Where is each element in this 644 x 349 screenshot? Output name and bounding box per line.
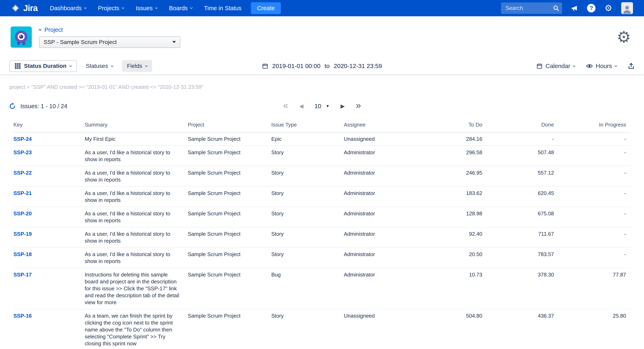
nav-item-label: Dashboards bbox=[50, 5, 82, 12]
issue-assignee: Administrator bbox=[344, 268, 425, 309]
statuses-label: Statuses bbox=[86, 63, 108, 69]
table-header-row: KeySummaryProjectIssue TypeAssigneeTo Do… bbox=[14, 122, 630, 132]
hours-dropdown-label: Hours bbox=[596, 62, 612, 70]
jira-logo-icon bbox=[11, 4, 20, 13]
project-section-toggle[interactable]: Project bbox=[39, 26, 180, 33]
nav-item-issues[interactable]: Issues bbox=[136, 5, 157, 12]
chevron-down-icon bbox=[614, 64, 617, 67]
refresh-icon[interactable] bbox=[9, 103, 16, 110]
create-button[interactable]: Create bbox=[251, 2, 281, 14]
issue-key-link[interactable]: SSP-17 bbox=[14, 272, 32, 278]
column-header-to-do: To Do bbox=[425, 122, 482, 132]
chevron-down-icon bbox=[122, 6, 124, 9]
issue-summary: As a user, I'd like a historical story t… bbox=[85, 207, 188, 227]
nav-item-projects[interactable]: Projects bbox=[98, 5, 124, 12]
issue-summary: Instructions for deleting this sample bo… bbox=[85, 268, 188, 309]
page-settings-gear-icon[interactable]: ⚙ bbox=[617, 29, 631, 45]
nav-item-dashboards[interactable]: Dashboards bbox=[50, 5, 86, 12]
nav-item-time-in-status[interactable]: Time in Status bbox=[204, 5, 242, 12]
chevron-down-icon bbox=[155, 6, 158, 9]
column-header-done: Done bbox=[482, 122, 554, 132]
navbar-items: DashboardsProjectsIssuesBoardsTime in St… bbox=[50, 5, 242, 12]
hours-dropdown-button[interactable]: Hours bbox=[586, 60, 617, 72]
table-row: SSP-23 As a user, I'd like a historical … bbox=[14, 146, 630, 166]
issue-summary: As a user, I'd like a historical story t… bbox=[85, 227, 188, 248]
pagination-next-button[interactable]: ▶ bbox=[340, 104, 345, 109]
chevron-down-icon bbox=[573, 64, 575, 67]
calendar-dropdown-button[interactable]: Calendar bbox=[536, 60, 575, 72]
calendar-icon bbox=[536, 63, 542, 69]
page-size-select[interactable]: 10 ▼ bbox=[314, 103, 330, 110]
pagination-first-button[interactable]: « bbox=[283, 100, 288, 110]
table-row: SSP-22 As a user, I'd like a historical … bbox=[14, 166, 630, 186]
pagination-last-button[interactable]: » bbox=[356, 100, 361, 110]
issue-project: Sample Scrum Project bbox=[188, 309, 271, 349]
jira-home-link[interactable]: Jira bbox=[11, 3, 38, 13]
project-avatar bbox=[10, 26, 32, 48]
issue-key-link[interactable]: SSP-24 bbox=[14, 136, 32, 142]
nav-item-label: Boards bbox=[169, 5, 188, 12]
fields-button[interactable]: Fields bbox=[122, 60, 152, 72]
issue-key-link[interactable]: SSP-16 bbox=[14, 313, 32, 319]
table-row: SSP-19 As a user, I'd like a historical … bbox=[14, 227, 630, 248]
table-row: SSP-20 As a user, I'd like a historical … bbox=[14, 207, 630, 227]
project-label: Project bbox=[44, 26, 63, 33]
chevron-down-icon bbox=[39, 28, 42, 31]
issue-inprogress-value: - bbox=[554, 227, 630, 248]
export-button[interactable] bbox=[628, 60, 635, 72]
caret-down-icon bbox=[172, 41, 176, 43]
issue-inprogress-value: 77.87 bbox=[554, 268, 630, 309]
status-duration-button[interactable]: Status Duration bbox=[9, 60, 77, 72]
chevron-down-icon bbox=[145, 64, 148, 67]
column-header-issue-type: Issue Type bbox=[271, 122, 344, 132]
column-header-assignee: Assignee bbox=[344, 122, 425, 132]
issue-done-value: - bbox=[482, 132, 554, 146]
issue-project: Sample Scrum Project bbox=[188, 132, 271, 146]
settings-gear-icon[interactable]: ⚙ bbox=[604, 4, 612, 12]
issue-summary: My First Epic bbox=[85, 132, 188, 146]
issue-type: Bug bbox=[271, 268, 344, 309]
issue-type: Story bbox=[271, 248, 344, 268]
page-size-value: 10 bbox=[314, 103, 321, 110]
table-body: SSP-24 My First Epic Sample Scrum Projec… bbox=[14, 132, 630, 349]
issue-assignee: Administrator bbox=[344, 227, 425, 248]
results-bar: Issues: 1 - 10 / 24 « ◀ 10 ▼ ▶ » bbox=[0, 100, 644, 113]
calendar-icon bbox=[262, 63, 268, 69]
toolbar-right: Calendar Hours bbox=[536, 60, 635, 72]
statuses-button[interactable]: Statuses bbox=[81, 60, 118, 72]
caret-down-icon: ▼ bbox=[326, 104, 330, 108]
issue-todo-value: 10.73 bbox=[425, 268, 482, 309]
issue-summary: As a user, I'd like a historical story t… bbox=[85, 248, 188, 268]
feedback-megaphone-icon[interactable] bbox=[571, 5, 578, 12]
issue-key-link[interactable]: SSP-23 bbox=[14, 149, 32, 156]
issue-key-link[interactable]: SSP-21 bbox=[14, 190, 32, 196]
issue-todo-value: 246.95 bbox=[425, 166, 482, 186]
issue-todo-value: 296.58 bbox=[425, 146, 482, 166]
issue-done-value: 436.37 bbox=[482, 309, 554, 349]
issue-key-link[interactable]: SSP-18 bbox=[14, 251, 32, 257]
issue-key-link[interactable]: SSP-20 bbox=[14, 210, 32, 216]
issue-assignee: Administrator bbox=[344, 207, 425, 227]
issue-key-link[interactable]: SSP-22 bbox=[14, 170, 32, 176]
issue-done-value: 783.57 bbox=[482, 248, 554, 268]
issue-inprogress-value: 25.80 bbox=[554, 309, 630, 349]
issue-summary: As a user, I'd like a historical story t… bbox=[85, 146, 188, 166]
jql-query-text: project = "SSP" AND created >= "2019-01-… bbox=[9, 84, 644, 90]
issue-key-link[interactable]: SSP-19 bbox=[14, 231, 32, 237]
project-select[interactable]: SSP - Sample Scrum Project bbox=[39, 36, 180, 48]
search-box bbox=[501, 2, 562, 14]
toolbar: Status Duration Statuses Fields 2019-01-… bbox=[0, 58, 644, 74]
issue-done-value: 675.08 bbox=[482, 207, 554, 227]
chevron-down-icon bbox=[84, 6, 86, 9]
user-avatar[interactable] bbox=[621, 2, 633, 14]
nav-item-boards[interactable]: Boards bbox=[169, 5, 192, 12]
help-icon[interactable]: ? bbox=[587, 4, 596, 12]
issue-type: Story bbox=[271, 166, 344, 186]
date-range[interactable]: 2019-01-01 00:00 to 2020-12-31 23:59 bbox=[262, 62, 382, 70]
top-navbar: Jira DashboardsProjectsIssuesBoardsTime … bbox=[0, 0, 644, 16]
issue-summary: As a user, I'd like a historical story t… bbox=[85, 166, 188, 186]
pagination-prev-button[interactable]: ◀ bbox=[299, 104, 304, 109]
issue-inprogress-value: - bbox=[554, 146, 630, 166]
chevron-down-icon bbox=[70, 64, 72, 67]
nav-item-label: Projects bbox=[98, 5, 119, 12]
